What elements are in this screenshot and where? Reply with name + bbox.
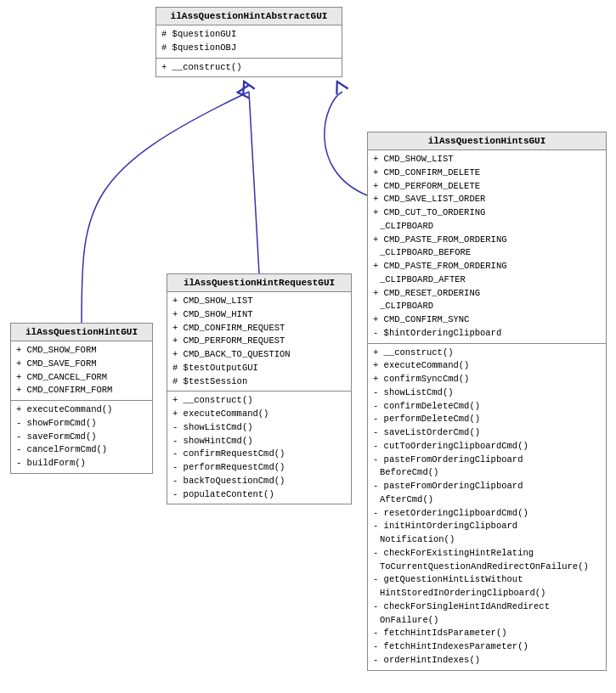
abstract-gui-box: ilAssQuestionHintAbstractGUI # $question… xyxy=(155,7,342,77)
abstract-gui-methods: + __construct() xyxy=(156,59,342,77)
hint-gui-title: ilAssQuestionHintGUI xyxy=(11,324,152,341)
hint-gui-methods: + executeCommand() - showFormCmd() - sav… xyxy=(11,401,152,473)
hints-gui-box: ilAssQuestionHintsGUI + CMD_SHOW_LIST + … xyxy=(367,132,607,671)
hints-gui-title: ilAssQuestionHintsGUI xyxy=(368,132,606,150)
hints-gui-methods: + __construct() + executeCommand() + con… xyxy=(368,344,606,670)
request-gui-methods: + __construct() + executeCommand() - sho… xyxy=(167,392,351,504)
hint-gui-box: ilAssQuestionHintGUI + CMD_SHOW_FORM + C… xyxy=(10,323,153,474)
hints-gui-constants: + CMD_SHOW_LIST + CMD_CONFIRM_DELETE + C… xyxy=(368,150,606,344)
request-gui-box: ilAssQuestionHintRequestGUI + CMD_SHOW_L… xyxy=(167,273,352,504)
abstract-gui-fields: # $questionGUI # $questionOBJ xyxy=(156,25,342,59)
hint-gui-constants: + CMD_SHOW_FORM + CMD_SAVE_FORM + CMD_CA… xyxy=(11,341,152,401)
request-gui-title: ilAssQuestionHintRequestGUI xyxy=(167,274,351,292)
request-gui-constants: + CMD_SHOW_LIST + CMD_SHOW_HINT + CMD_CO… xyxy=(167,292,351,392)
uml-diagram: ilAssQuestionHintAbstractGUI # $question… xyxy=(0,0,616,693)
abstract-gui-title: ilAssQuestionHintAbstractGUI xyxy=(156,8,342,25)
